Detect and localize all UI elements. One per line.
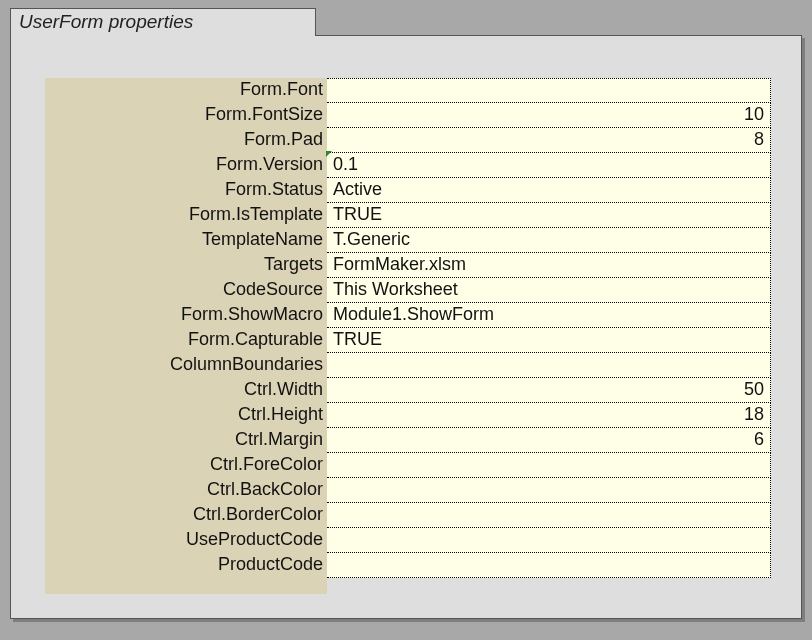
property-value-text: 6: [754, 429, 764, 449]
property-value[interactable]: [327, 353, 771, 378]
property-label: Form.Version: [45, 153, 327, 178]
property-label: Form.Font: [45, 78, 327, 103]
property-label: ProductCode: [45, 553, 327, 578]
property-label: Ctrl.Margin: [45, 428, 327, 453]
property-row: UseProductCode: [45, 528, 771, 553]
property-label: Targets: [45, 253, 327, 278]
property-value-text: 18: [744, 404, 764, 424]
property-value[interactable]: 0.1: [327, 153, 771, 178]
property-value[interactable]: [327, 453, 771, 478]
property-row: Form.Version0.1: [45, 153, 771, 178]
property-value-text: FormMaker.xlsm: [333, 254, 466, 274]
property-value[interactable]: [327, 503, 771, 528]
property-label: Ctrl.BackColor: [45, 478, 327, 503]
property-label: Form.Pad: [45, 128, 327, 153]
property-value[interactable]: [327, 478, 771, 503]
property-label: CodeSource: [45, 278, 327, 303]
property-value-text: 10: [744, 104, 764, 124]
property-value[interactable]: 10: [327, 103, 771, 128]
property-value[interactable]: [327, 528, 771, 553]
property-row: Form.ShowMacroModule1.ShowForm: [45, 303, 771, 328]
property-label: Form.FontSize: [45, 103, 327, 128]
property-value[interactable]: Module1.ShowForm: [327, 303, 771, 328]
property-value[interactable]: TRUE: [327, 328, 771, 353]
property-label: UseProductCode: [45, 528, 327, 553]
property-row: Ctrl.ForeColor: [45, 453, 771, 478]
property-row: Ctrl.BackColor: [45, 478, 771, 503]
property-label: Ctrl.Width: [45, 378, 327, 403]
property-label: Ctrl.Height: [45, 403, 327, 428]
tab-userform-properties[interactable]: UserForm properties: [10, 8, 316, 36]
property-row: TemplateNameT.Generic: [45, 228, 771, 253]
property-value[interactable]: 18: [327, 403, 771, 428]
property-value-text: Module1.ShowForm: [333, 304, 494, 324]
property-value[interactable]: FormMaker.xlsm: [327, 253, 771, 278]
property-value[interactable]: [327, 553, 771, 578]
property-label: Form.Status: [45, 178, 327, 203]
property-row: Ctrl.BorderColor: [45, 503, 771, 528]
property-row: Form.FontSize10: [45, 103, 771, 128]
property-row: Form.IsTemplateTRUE: [45, 203, 771, 228]
property-value-text: 50: [744, 379, 764, 399]
property-row: Ctrl.Height18: [45, 403, 771, 428]
property-row: Ctrl.Width50: [45, 378, 771, 403]
property-row: Form.Font: [45, 78, 771, 103]
properties-window: UserForm properties Form.FontForm.FontSi…: [10, 8, 802, 620]
property-value[interactable]: 6: [327, 428, 771, 453]
property-value-text: 8: [754, 129, 764, 149]
properties-panel: Form.FontForm.FontSize10Form.Pad8Form.Ve…: [10, 35, 802, 619]
property-value[interactable]: 50: [327, 378, 771, 403]
property-label: TemplateName: [45, 228, 327, 253]
property-value-text: This Worksheet: [333, 279, 458, 299]
property-row: ColumnBoundaries: [45, 353, 771, 378]
property-label: Ctrl.ForeColor: [45, 453, 327, 478]
property-value[interactable]: 8: [327, 128, 771, 153]
property-value[interactable]: TRUE: [327, 203, 771, 228]
property-row: ProductCode: [45, 553, 771, 578]
property-value-text: TRUE: [333, 329, 382, 349]
properties-table: Form.FontForm.FontSize10Form.Pad8Form.Ve…: [45, 78, 771, 594]
property-label: Ctrl.BorderColor: [45, 503, 327, 528]
property-label: Form.ShowMacro: [45, 303, 327, 328]
property-row: TargetsFormMaker.xlsm: [45, 253, 771, 278]
property-value-text: T.Generic: [333, 229, 410, 249]
property-row: Form.StatusActive: [45, 178, 771, 203]
property-value-text: Active: [333, 179, 382, 199]
property-value[interactable]: [327, 78, 771, 103]
cell-comment-indicator-icon: [326, 151, 332, 157]
property-row: Form.CapturableTRUE: [45, 328, 771, 353]
label-column-footer: [45, 578, 327, 594]
tab-label: UserForm properties: [19, 11, 193, 32]
property-value[interactable]: Active: [327, 178, 771, 203]
property-row: Form.Pad8: [45, 128, 771, 153]
property-value-text: 0.1: [333, 154, 358, 174]
property-label: Form.IsTemplate: [45, 203, 327, 228]
property-value[interactable]: This Worksheet: [327, 278, 771, 303]
property-label: ColumnBoundaries: [45, 353, 327, 378]
property-label: Form.Capturable: [45, 328, 327, 353]
property-value[interactable]: T.Generic: [327, 228, 771, 253]
property-row: CodeSourceThis Worksheet: [45, 278, 771, 303]
property-value-text: TRUE: [333, 204, 382, 224]
property-row: Ctrl.Margin6: [45, 428, 771, 453]
